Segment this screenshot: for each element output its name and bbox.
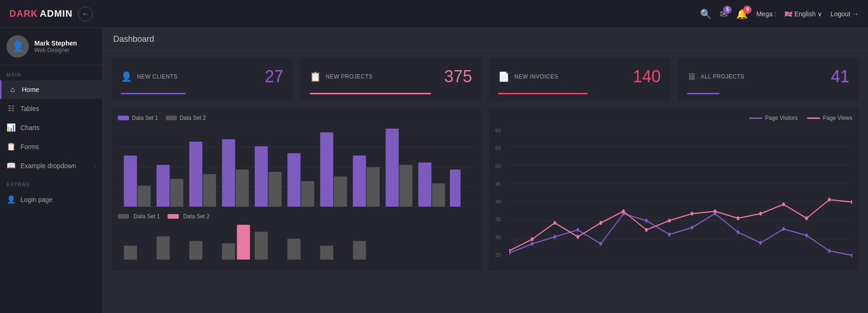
logout-icon: → xyxy=(852,10,859,18)
user-info: Mark Stephen Web Designer xyxy=(34,39,77,53)
sidebar-item-forms[interactable]: 📋 Forms xyxy=(0,137,102,156)
sidebar-item-tables[interactable]: ☷ Tables xyxy=(0,99,102,118)
y-axis: 60 55 50 45 40 35 30 25 xyxy=(495,128,509,258)
user-menu[interactable]: Mega : xyxy=(756,10,776,18)
dropdown-icon: 📖 xyxy=(6,161,16,170)
chevron-down-icon: ∨ xyxy=(817,10,822,18)
svg-rect-11 xyxy=(222,139,235,207)
svg-point-72 xyxy=(805,216,808,220)
pink-line xyxy=(509,200,852,251)
logout-button[interactable]: Logout → xyxy=(830,10,859,18)
line-legend-purple: Page Visitors xyxy=(749,115,797,121)
sidebar-item-label: Tables xyxy=(20,105,96,112)
stat-bar xyxy=(687,93,719,94)
legend-label-2: Data Set 2 xyxy=(180,115,206,121)
legend-label-3: Data Set 1 xyxy=(134,213,160,220)
svg-point-71 xyxy=(782,202,785,206)
sidebar-item-example-dropdown[interactable]: 📖 Example dropdown ‹ xyxy=(0,156,102,175)
sidebar-item-home[interactable]: ⌂ Home xyxy=(0,80,102,99)
stat-header: 📋 NEW PROJECTS 375 xyxy=(310,67,473,86)
stat-label: NEW INVOICES xyxy=(514,73,558,80)
bar-chart-svg-2 xyxy=(118,222,475,260)
stat-label: NEW PROJECTS xyxy=(326,73,373,80)
y-label-60: 60 xyxy=(495,128,505,133)
svg-rect-21 xyxy=(386,129,399,207)
y-label-35: 35 xyxy=(495,216,505,222)
legend-item-2: Data Set 2 xyxy=(166,115,206,121)
sidebar-item-charts[interactable]: 📊 Charts xyxy=(0,118,102,137)
login-icon: 👤 xyxy=(6,195,16,204)
legend-color-pink xyxy=(168,214,179,219)
stat-header: 📄 NEW INVOICES 140 xyxy=(498,67,661,86)
svg-point-62 xyxy=(577,235,579,239)
line-chart-body: 60 55 50 45 40 35 30 25 xyxy=(495,128,852,258)
page-title: Dashboard xyxy=(113,34,154,44)
language-selector[interactable]: 🇬🇧 English ∨ xyxy=(784,10,822,18)
stat-header: 🖥 ALL PROJECTS 41 xyxy=(687,67,850,86)
sidebar-section-extras: Extras xyxy=(0,175,102,190)
svg-rect-33 xyxy=(320,246,333,260)
legend-color-gray2 xyxy=(118,214,129,219)
svg-rect-18 xyxy=(334,176,347,207)
y-label-45: 45 xyxy=(495,181,505,187)
svg-rect-14 xyxy=(268,172,281,207)
brand-admin: ADMIN xyxy=(40,8,73,19)
legend-label-4: Data Set 2 xyxy=(183,213,210,220)
line-chart-legend-container: Page Visitors Page Views xyxy=(495,115,852,128)
language-label: English xyxy=(794,10,816,18)
legend-line-pink xyxy=(807,117,820,119)
svg-rect-5 xyxy=(124,156,137,207)
stat-bar xyxy=(121,93,186,94)
svg-rect-20 xyxy=(367,167,380,207)
svg-rect-26 xyxy=(124,246,137,260)
svg-point-46 xyxy=(577,228,579,232)
svg-point-47 xyxy=(599,242,602,246)
topnav-left: DARK ADMIN ← xyxy=(9,7,93,21)
svg-point-63 xyxy=(599,221,602,225)
topnav: DARK ADMIN ← 🔍 ✉ 5 🔔 9 Mega : 🇬🇧 English… xyxy=(0,0,868,28)
search-button[interactable]: 🔍 xyxy=(700,8,712,20)
svg-point-44 xyxy=(531,242,534,246)
legend-label-visitors: Page Visitors xyxy=(765,115,797,121)
forms-icon: 📋 xyxy=(6,142,16,151)
legend-item-4: Data Set 2 xyxy=(168,213,210,220)
svg-point-65 xyxy=(645,228,648,232)
stat-label: NEW CLIENTS xyxy=(137,73,178,80)
svg-point-60 xyxy=(531,237,534,241)
y-label-40: 40 xyxy=(495,199,505,204)
svg-rect-22 xyxy=(399,165,412,207)
svg-rect-10 xyxy=(203,174,216,207)
chart-icon: 📊 xyxy=(6,123,16,132)
stat-value: 27 xyxy=(265,67,283,86)
svg-point-69 xyxy=(737,216,739,220)
svg-point-58 xyxy=(851,254,852,257)
svg-rect-16 xyxy=(301,181,314,207)
stat-icon-label: 🖥 ALL PROJECTS xyxy=(687,72,745,82)
stat-icon-label: 📄 NEW INVOICES xyxy=(498,71,558,82)
stat-icon-label: 👤 NEW CLIENTS xyxy=(121,71,178,82)
svg-point-49 xyxy=(645,219,648,222)
svg-rect-8 xyxy=(170,179,183,207)
svg-rect-7 xyxy=(156,165,169,207)
back-button[interactable]: ← xyxy=(78,7,93,21)
svg-point-74 xyxy=(851,200,852,204)
invoices-icon: 📄 xyxy=(498,71,510,82)
brand-dark: DARK xyxy=(9,8,38,19)
legend-item-3: Data Set 1 xyxy=(118,213,160,220)
svg-rect-28 xyxy=(189,241,202,260)
topnav-right: 🔍 ✉ 5 🔔 9 Mega : 🇬🇧 English ∨ Logout → xyxy=(700,8,859,20)
svg-point-61 xyxy=(553,221,556,225)
y-label-30: 30 xyxy=(495,235,505,240)
svg-rect-17 xyxy=(320,132,333,207)
page-header: Dashboard xyxy=(102,28,868,51)
line-chart-svg xyxy=(509,128,852,258)
legend-item-1: Data Set 1 xyxy=(118,115,158,121)
notifications-button[interactable]: 🔔 9 xyxy=(736,8,748,20)
sidebar-item-login[interactable]: 👤 Login page xyxy=(0,190,102,209)
svg-point-66 xyxy=(668,219,671,222)
svg-point-73 xyxy=(828,198,831,202)
stat-bar xyxy=(310,93,432,94)
layout: 👤 Mark Stephen Web Designer Main ⌂ Home … xyxy=(0,28,868,313)
svg-point-56 xyxy=(805,234,808,237)
messages-button[interactable]: ✉ 5 xyxy=(720,8,728,20)
